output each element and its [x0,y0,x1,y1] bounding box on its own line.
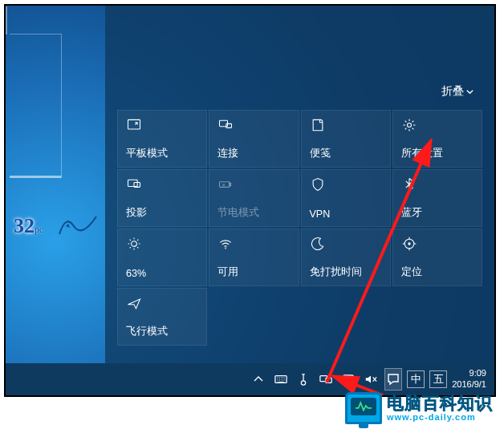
brand-url: www.pc-daily.com [387,413,493,422]
monitor-icon [345,392,382,424]
brand-title: 电脑百科知识 [387,395,493,411]
site-brand: 电脑百科知识 www.pc-daily.com [345,392,493,424]
